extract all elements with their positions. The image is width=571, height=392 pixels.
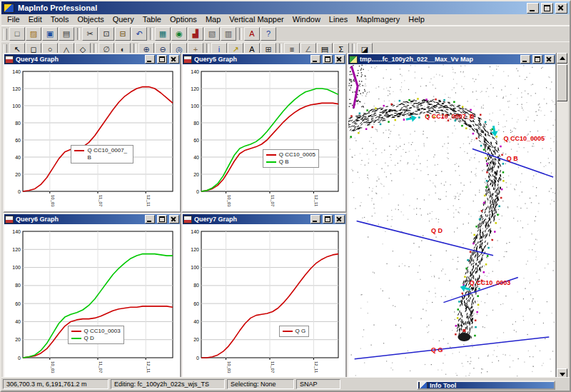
chart-canvas-query7[interactable]: 02040608010012014010_0311_0712_11Q G xyxy=(183,224,345,378)
svg-text:0: 0 xyxy=(196,189,199,194)
child-minimize-button[interactable] xyxy=(520,55,530,64)
child-close-button[interactable] xyxy=(545,55,555,64)
minimize-button[interactable] xyxy=(527,3,539,14)
menu-query[interactable]: Query xyxy=(108,14,138,25)
child-maximize-button[interactable] xyxy=(157,55,167,64)
legend-label: Q CC10_0005 xyxy=(279,151,315,159)
graph-window-icon xyxy=(5,56,14,64)
menu-tools[interactable]: Tools xyxy=(46,14,74,25)
toolbar-grip[interactable] xyxy=(4,29,7,40)
menu-objects[interactable]: Objects xyxy=(73,14,108,25)
svg-text:100: 100 xyxy=(191,104,199,109)
menu-window[interactable]: Window xyxy=(288,14,325,25)
legend-line-sample xyxy=(266,161,276,163)
new-browser-button[interactable]: ▦ xyxy=(155,27,171,41)
child-minimize-button[interactable] xyxy=(310,55,320,64)
child-close-button[interactable] xyxy=(169,215,179,223)
symbol-style-button[interactable]: A xyxy=(244,27,260,41)
status-snap[interactable]: SNAP xyxy=(296,379,340,389)
map-label: Q CC10_0007_B xyxy=(425,113,474,120)
paste-button[interactable]: ⊟ xyxy=(115,27,131,41)
toolbar-standard: □▨▣▤✂⊡⊟↶▦◉▟▧▥A? xyxy=(1,26,570,41)
menu-map[interactable]: Map xyxy=(201,14,225,25)
chart-plot: 02040608010012014010_0311_0712_11 xyxy=(4,224,180,378)
close-button[interactable] xyxy=(555,3,567,14)
child-minimize-button[interactable] xyxy=(310,215,320,223)
status-editing[interactable]: Editing: fc_100y2h_022s_wjs_TS xyxy=(111,379,225,389)
menu-mapimagery[interactable]: MapImagery xyxy=(352,14,404,25)
svg-text:10_03: 10_03 xyxy=(51,361,55,373)
svg-text:80: 80 xyxy=(15,283,21,288)
svg-text:11_07: 11_07 xyxy=(98,361,103,373)
legend-entry: Q CC10_0005 xyxy=(266,151,315,159)
maximize-button[interactable] xyxy=(541,3,553,14)
chart-canvas-query5[interactable]: 02040608010012014010_0311_0712_11Q CC10_… xyxy=(183,64,345,211)
svg-text:60: 60 xyxy=(15,301,21,306)
legend-entry: Q D xyxy=(71,335,121,342)
scroll-up-icon[interactable] xyxy=(557,53,567,64)
new-table-button[interactable]: □ xyxy=(9,27,25,41)
child-title-bar[interactable]: Query7 Graph xyxy=(183,214,345,224)
menu-table[interactable]: Table xyxy=(138,14,166,25)
legend-entry: Q B xyxy=(266,159,315,166)
child-maximize-button[interactable] xyxy=(323,215,333,223)
svg-text:140: 140 xyxy=(12,69,21,74)
undo-button[interactable]: ↶ xyxy=(131,27,147,41)
info-tool-window[interactable]: Info Tool xyxy=(417,381,555,390)
print-button[interactable]: ▤ xyxy=(59,27,74,41)
chart-canvas-query4[interactable]: 02040608010012014010_0311_0712_11Q CC10_… xyxy=(4,64,180,211)
cut-button[interactable]: ✂ xyxy=(82,27,98,41)
svg-text:12_11: 12_11 xyxy=(146,361,151,373)
svg-text:120: 120 xyxy=(191,247,199,252)
svg-text:10_03: 10_03 xyxy=(227,195,231,207)
copy-button[interactable]: ⊡ xyxy=(98,27,114,41)
save-table-button[interactable]: ▣ xyxy=(42,27,58,41)
new-mapper-button[interactable]: ◉ xyxy=(171,27,187,41)
new-layout-button[interactable]: ▧ xyxy=(204,27,220,41)
menu-options[interactable]: Options xyxy=(166,14,201,25)
child-window-title: Query7 Graph xyxy=(193,216,308,223)
mdi-vertical-scrollbar[interactable] xyxy=(556,53,568,379)
map-label: Q B xyxy=(507,155,518,162)
child-title-bar[interactable]: Query6 Graph xyxy=(4,214,180,224)
map-canvas[interactable]: Q CC10_0007_BQ CC10_0005Q BQ DQ CC10_000… xyxy=(348,64,555,378)
child-title-bar[interactable]: Query4 Graph xyxy=(4,54,180,64)
menu-vertical-mapper[interactable]: Vertical Mapper xyxy=(225,14,288,25)
child-maximize-button[interactable] xyxy=(532,55,542,64)
graph-window-query7: Query7 Graph 02040608010012014010_0311_0… xyxy=(181,213,347,379)
child-title-bar[interactable]: Info Tool xyxy=(418,382,554,388)
graph-window-query4: Query4 Graph 02040608010012014010_0311_0… xyxy=(3,53,181,213)
new-redistricter-button[interactable]: ▥ xyxy=(221,27,236,41)
graph-window-icon xyxy=(5,216,14,223)
chart-canvas-query6[interactable]: 02040608010012014010_0311_0712_11Q CC10_… xyxy=(4,224,180,378)
child-minimize-button[interactable] xyxy=(145,215,155,223)
svg-text:12_11: 12_11 xyxy=(146,195,151,207)
menu-file[interactable]: File xyxy=(3,14,24,25)
child-maximize-button[interactable] xyxy=(157,215,167,223)
toolbar-separator xyxy=(150,28,153,40)
legend-line-sample xyxy=(266,154,276,156)
legend-line-sample xyxy=(71,331,81,332)
child-window-title: Info Tool xyxy=(429,382,553,388)
child-maximize-button[interactable] xyxy=(323,55,333,64)
svg-text:140: 140 xyxy=(191,69,199,74)
help-button[interactable]: ? xyxy=(261,27,276,41)
child-minimize-button[interactable] xyxy=(145,55,155,64)
child-close-button[interactable] xyxy=(335,55,345,64)
title-bar[interactable]: MapInfo Professional xyxy=(1,1,570,14)
new-grapher-button[interactable]: ▟ xyxy=(188,27,203,41)
svg-text:80: 80 xyxy=(15,121,21,126)
menu-lines[interactable]: Lines xyxy=(325,14,352,25)
menu-help[interactable]: Help xyxy=(404,14,429,25)
legend-entry: Q CC10_0007_B xyxy=(74,147,130,161)
child-window-title: Query6 Graph xyxy=(15,216,143,223)
scrollbar-thumb[interactable] xyxy=(557,64,567,101)
child-close-button[interactable] xyxy=(169,55,179,64)
child-close-button[interactable] xyxy=(335,215,345,223)
status-selecting[interactable]: Selecting: None xyxy=(227,379,294,389)
child-title-bar[interactable]: tmp......fc_100y2h_022__Max_Vv Map xyxy=(348,54,555,64)
legend-label: Q G xyxy=(295,328,306,335)
child-title-bar[interactable]: Query5 Graph xyxy=(183,54,345,64)
open-table-button[interactable]: ▨ xyxy=(26,27,41,41)
menu-edit[interactable]: Edit xyxy=(24,14,46,25)
